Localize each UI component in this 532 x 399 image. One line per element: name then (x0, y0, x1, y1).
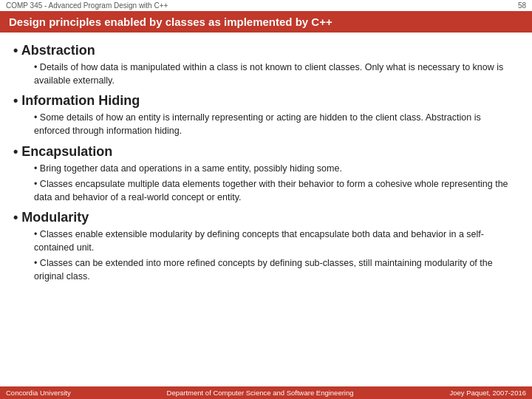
section-title-1: Information Hiding (13, 93, 519, 109)
section-title-2: Encapsulation (13, 144, 519, 160)
course-title: COMP 345 - Advanced Program Design with … (6, 1, 168, 10)
section-title-0: Abstraction (13, 43, 519, 58)
footer: Concordia University Department of Compu… (0, 386, 532, 399)
slide-header-title: Design principles enabled by classes as … (9, 16, 332, 28)
slide-number: 58 (518, 1, 526, 10)
bullet-item-3-0: Classes enable extensible modularity by … (34, 228, 519, 254)
bullet-item-1-0: Some details of how an entity is interna… (34, 111, 519, 137)
footer-left: Concordia University (6, 389, 71, 397)
bullet-item-0-0: Details of how data is manipulated withi… (34, 61, 519, 87)
footer-center: Department of Computer Science and Softw… (167, 389, 354, 397)
bullet-item-3-1: Classes can be extended into more refine… (34, 256, 519, 283)
header-bar: Design principles enabled by classes as … (0, 11, 532, 33)
bullet-item-2-1: Classes encapsulate multiple data elemen… (34, 177, 519, 204)
section-title-3: Modularity (13, 210, 519, 225)
bullet-item-2-0: Bring together data and operations in a … (34, 162, 519, 175)
top-bar: COMP 345 - Advanced Program Design with … (0, 0, 532, 11)
footer-right: Joey Paquet, 2007-2016 (449, 389, 526, 397)
content-area: AbstractionDetails of how data is manipu… (0, 33, 532, 287)
